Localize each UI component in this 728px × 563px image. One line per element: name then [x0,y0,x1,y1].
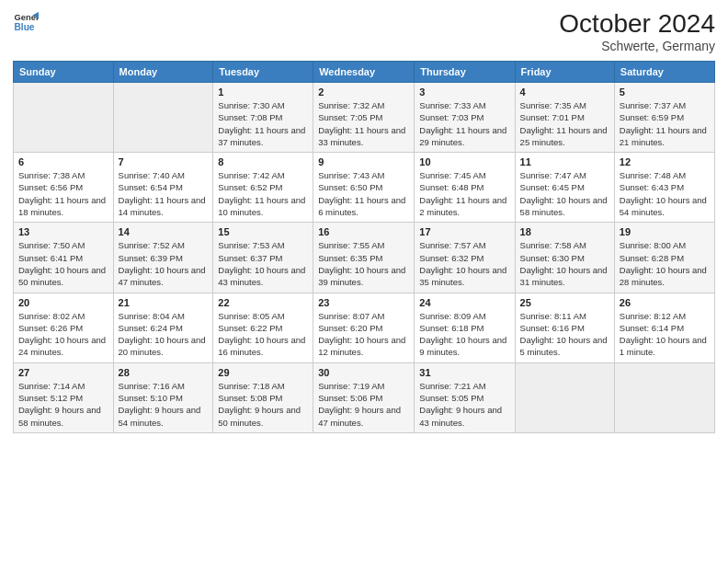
day-cell: 8Sunrise: 7:42 AMSunset: 6:52 PMDaylight… [213,153,313,223]
day-cell: 3Sunrise: 7:33 AMSunset: 7:03 PMDaylight… [415,83,515,153]
day-number: 2 [318,86,409,98]
day-info: Sunrise: 7:21 AMSunset: 5:05 PMDaylight:… [419,380,509,429]
day-cell: 10Sunrise: 7:45 AMSunset: 6:48 PMDayligh… [415,153,515,223]
title-block: October 2024 Schwerte, Germany [559,9,715,53]
day-number: 10 [419,156,509,167]
day-info: Sunrise: 7:16 AMSunset: 5:10 PMDaylight:… [119,380,209,429]
weekday-saturday: Saturday [614,62,714,83]
day-cell: 20Sunrise: 8:02 AMSunset: 6:26 PMDayligh… [14,293,114,362]
day-info: Sunrise: 7:14 AMSunset: 5:12 PMDaylight:… [18,380,108,429]
week-row-1: 1Sunrise: 7:30 AMSunset: 7:08 PMDaylight… [14,83,715,153]
day-cell [515,362,614,432]
day-info: Sunrise: 7:55 AMSunset: 6:35 PMDaylight:… [318,239,409,288]
day-cell: 11Sunrise: 7:47 AMSunset: 6:45 PMDayligh… [515,153,614,223]
logo: General Blue [13,9,39,35]
calendar-body: 1Sunrise: 7:30 AMSunset: 7:08 PMDaylight… [14,83,715,433]
day-number: 5 [620,86,710,98]
day-number: 27 [18,367,108,378]
day-cell: 25Sunrise: 8:11 AMSunset: 6:16 PMDayligh… [515,293,614,362]
day-info: Sunrise: 7:32 AMSunset: 7:05 PMDaylight:… [318,99,409,148]
day-info: Sunrise: 7:37 AMSunset: 6:59 PMDaylight:… [620,99,710,148]
day-number: 17 [419,226,509,237]
day-info: Sunrise: 7:50 AMSunset: 6:41 PMDaylight:… [18,239,108,288]
day-info: Sunrise: 7:48 AMSunset: 6:43 PMDaylight:… [620,169,710,218]
day-info: Sunrise: 7:18 AMSunset: 5:08 PMDaylight:… [218,380,308,429]
weekday-header-row: SundayMondayTuesdayWednesdayThursdayFrid… [14,62,715,83]
logo-icon: General Blue [13,9,39,35]
day-info: Sunrise: 7:38 AMSunset: 6:56 PMDaylight:… [18,169,108,218]
day-cell [113,83,213,153]
week-row-4: 20Sunrise: 8:02 AMSunset: 6:26 PMDayligh… [14,293,715,362]
day-number: 14 [119,226,209,237]
day-cell: 12Sunrise: 7:48 AMSunset: 6:43 PMDayligh… [614,153,714,223]
weekday-tuesday: Tuesday [213,62,313,83]
day-cell: 4Sunrise: 7:35 AMSunset: 7:01 PMDaylight… [515,83,614,153]
day-number: 8 [218,156,308,167]
day-cell [614,362,714,432]
day-number: 21 [119,297,209,308]
day-number: 6 [18,156,108,167]
day-info: Sunrise: 7:57 AMSunset: 6:32 PMDaylight:… [419,239,509,288]
day-info: Sunrise: 7:42 AMSunset: 6:52 PMDaylight:… [218,169,308,218]
day-cell: 5Sunrise: 7:37 AMSunset: 6:59 PMDaylight… [614,83,714,153]
day-info: Sunrise: 8:04 AMSunset: 6:24 PMDaylight:… [119,310,209,359]
day-cell: 2Sunrise: 7:32 AMSunset: 7:05 PMDaylight… [313,83,415,153]
svg-text:Blue: Blue [15,22,35,32]
day-info: Sunrise: 8:02 AMSunset: 6:26 PMDaylight:… [18,310,108,359]
day-cell: 23Sunrise: 8:07 AMSunset: 6:20 PMDayligh… [313,293,415,362]
day-number: 26 [620,297,710,308]
day-number: 13 [18,226,108,237]
day-cell [14,83,114,153]
day-cell: 27Sunrise: 7:14 AMSunset: 5:12 PMDayligh… [14,362,114,432]
day-cell: 1Sunrise: 7:30 AMSunset: 7:08 PMDaylight… [213,83,313,153]
day-cell: 26Sunrise: 8:12 AMSunset: 6:14 PMDayligh… [614,293,714,362]
weekday-wednesday: Wednesday [313,62,415,83]
day-number: 19 [620,226,710,237]
day-number: 30 [318,367,409,378]
day-info: Sunrise: 8:12 AMSunset: 6:14 PMDaylight:… [620,310,710,359]
day-cell: 16Sunrise: 7:55 AMSunset: 6:35 PMDayligh… [313,223,415,293]
day-number: 28 [119,367,209,378]
weekday-friday: Friday [515,62,614,83]
day-cell: 9Sunrise: 7:43 AMSunset: 6:50 PMDaylight… [313,153,415,223]
day-number: 16 [318,226,409,237]
day-cell: 29Sunrise: 7:18 AMSunset: 5:08 PMDayligh… [213,362,313,432]
day-cell: 6Sunrise: 7:38 AMSunset: 6:56 PMDaylight… [14,153,114,223]
day-cell: 17Sunrise: 7:57 AMSunset: 6:32 PMDayligh… [415,223,515,293]
day-info: Sunrise: 8:05 AMSunset: 6:22 PMDaylight:… [218,310,308,359]
day-number: 7 [119,156,209,167]
day-number: 31 [419,367,509,378]
day-cell: 22Sunrise: 8:05 AMSunset: 6:22 PMDayligh… [213,293,313,362]
day-cell: 15Sunrise: 7:53 AMSunset: 6:37 PMDayligh… [213,223,313,293]
day-cell: 24Sunrise: 8:09 AMSunset: 6:18 PMDayligh… [415,293,515,362]
day-info: Sunrise: 8:07 AMSunset: 6:20 PMDaylight:… [318,310,409,359]
day-cell: 30Sunrise: 7:19 AMSunset: 5:06 PMDayligh… [313,362,415,432]
day-info: Sunrise: 7:47 AMSunset: 6:45 PMDaylight:… [520,169,609,218]
weekday-sunday: Sunday [14,62,114,83]
page-header: General Blue October 2024 Schwerte, Germ… [13,9,715,53]
day-cell: 21Sunrise: 8:04 AMSunset: 6:24 PMDayligh… [113,293,213,362]
day-number: 15 [218,226,308,237]
day-number: 29 [218,367,308,378]
day-number: 12 [620,156,710,167]
day-info: Sunrise: 7:40 AMSunset: 6:54 PMDaylight:… [119,169,209,218]
day-cell: 13Sunrise: 7:50 AMSunset: 6:41 PMDayligh… [14,223,114,293]
day-info: Sunrise: 7:30 AMSunset: 7:08 PMDaylight:… [218,99,308,148]
day-info: Sunrise: 7:58 AMSunset: 6:30 PMDaylight:… [520,239,609,288]
calendar-table: SundayMondayTuesdayWednesdayThursdayFrid… [13,61,715,433]
day-info: Sunrise: 7:43 AMSunset: 6:50 PMDaylight:… [318,169,409,218]
weekday-thursday: Thursday [415,62,515,83]
weekday-monday: Monday [113,62,213,83]
day-info: Sunrise: 8:11 AMSunset: 6:16 PMDaylight:… [520,310,609,359]
day-number: 22 [218,297,308,308]
day-number: 4 [520,86,609,98]
day-cell: 18Sunrise: 7:58 AMSunset: 6:30 PMDayligh… [515,223,614,293]
day-info: Sunrise: 7:35 AMSunset: 7:01 PMDaylight:… [520,99,609,148]
day-number: 23 [318,297,409,308]
day-info: Sunrise: 7:52 AMSunset: 6:39 PMDaylight:… [119,239,209,288]
day-number: 1 [218,86,308,98]
day-info: Sunrise: 7:19 AMSunset: 5:06 PMDaylight:… [318,380,409,429]
day-number: 18 [520,226,609,237]
day-number: 11 [520,156,609,167]
day-number: 20 [18,297,108,308]
